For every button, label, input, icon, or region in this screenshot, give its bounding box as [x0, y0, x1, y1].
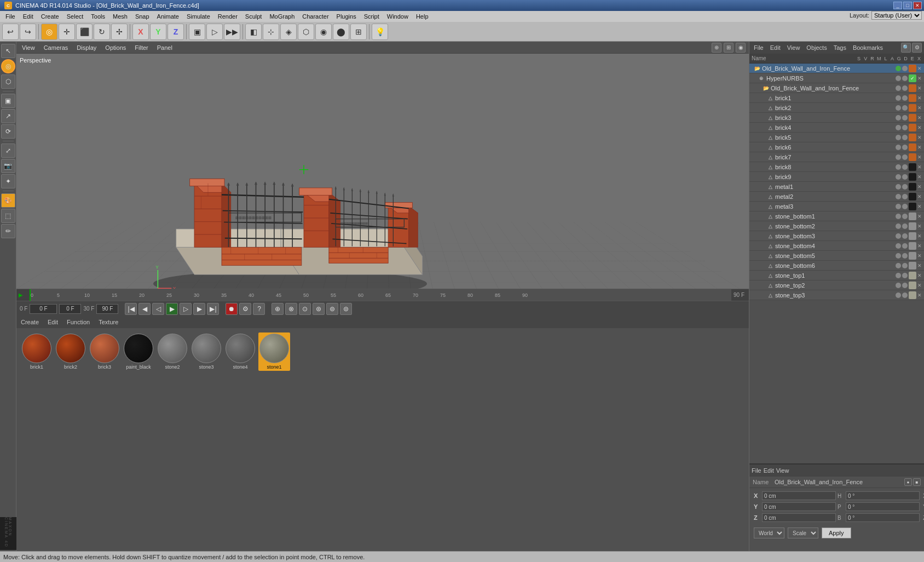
- x-pos-input[interactable]: [762, 491, 836, 500]
- menu-animate[interactable]: Animate: [154, 12, 182, 21]
- b1-close[interactable]: ✕: [917, 95, 922, 101]
- p-input[interactable]: [846, 502, 920, 511]
- tree-brick2[interactable]: △ brick2 ✕: [749, 103, 924, 113]
- tree-metal2[interactable]: △ metal2 ✕: [749, 192, 924, 202]
- vp-icon-1[interactable]: ⊕: [712, 43, 721, 53]
- record-btn[interactable]: ⏺: [226, 303, 238, 315]
- tool-light[interactable]: ✦: [1, 174, 15, 188]
- tree-stone-top3[interactable]: △ stone_top3 ✕: [749, 290, 924, 300]
- world-dropdown[interactable]: World: [754, 527, 784, 538]
- timeline-track[interactable]: 0 5 10 15 20 25 30 35 40 45 50 55 60 65 …: [30, 289, 731, 301]
- menu-snap[interactable]: Snap: [132, 12, 153, 21]
- rt-menu-tags[interactable]: Tags: [831, 43, 848, 52]
- tool-paint[interactable]: 🎨: [1, 193, 15, 208]
- poly-mode-btn[interactable]: ⬡: [298, 24, 314, 40]
- render-view-btn[interactable]: ▷: [206, 24, 223, 40]
- rt-icon-settings[interactable]: ⚙: [912, 43, 922, 53]
- rt-menu-objects[interactable]: Objects: [804, 43, 829, 52]
- menu-sculpt[interactable]: Sculpt: [242, 12, 265, 21]
- menu-select[interactable]: Select: [63, 12, 87, 21]
- render-settings-btn[interactable]: ▶▶: [224, 24, 240, 40]
- tool-model[interactable]: ◎: [1, 59, 15, 73]
- rt-menu-bookmarks[interactable]: Bookmarks: [851, 43, 885, 52]
- mode-btn-6[interactable]: ⊜: [340, 303, 352, 315]
- uvw-mode-btn[interactable]: ◉: [315, 24, 332, 40]
- rt-icon-search[interactable]: 🔍: [901, 43, 911, 53]
- mat-menu-texture[interactable]: Texture: [96, 318, 120, 326]
- y-axis-btn[interactable]: Y: [150, 24, 166, 40]
- scale-dropdown[interactable]: Scale: [788, 527, 818, 538]
- rt-menu-view[interactable]: View: [785, 43, 802, 52]
- menu-mograph[interactable]: MoGraph: [266, 12, 298, 21]
- mode-btn-3[interactable]: ⊙: [299, 303, 311, 315]
- tree-obj-root[interactable]: 📂 Old_Brick_Wall_and_Iron_Fence ✕: [749, 83, 924, 93]
- material-stone3[interactable]: stone3: [190, 332, 222, 371]
- b-input[interactable]: [846, 513, 920, 522]
- object-tree-scroll[interactable]: Name S V R M L A G D E X: [749, 54, 924, 463]
- tool-polypen[interactable]: ✏: [1, 224, 15, 238]
- mode-btn-4[interactable]: ⊛: [313, 303, 325, 315]
- tree-stone-bottom2[interactable]: △ stone_bottom2 ✕: [749, 221, 924, 231]
- tree-brick5[interactable]: △ brick5 ✕: [749, 133, 924, 142]
- next-frame-btn[interactable]: ▶: [193, 303, 205, 315]
- window-controls[interactable]: _ □ ✕: [893, 2, 922, 9]
- tree-brick9[interactable]: △ brick9 ✕: [749, 172, 924, 182]
- material-stone1[interactable]: stone1: [258, 332, 290, 371]
- z-pos-input[interactable]: [762, 513, 836, 522]
- tree-stone-bottom3[interactable]: △ stone_bottom3 ✕: [749, 231, 924, 241]
- obj-mode-btn[interactable]: ◧: [245, 24, 262, 40]
- y-pos-input[interactable]: [762, 502, 836, 511]
- menu-render[interactable]: Render: [215, 12, 241, 21]
- vp-menu-display[interactable]: Display: [74, 43, 99, 52]
- mode-btn-5[interactable]: ⊚: [326, 303, 338, 315]
- render-region-btn[interactable]: ▣: [189, 24, 205, 40]
- material-stone2[interactable]: stone2: [157, 332, 188, 371]
- menu-file[interactable]: File: [2, 12, 19, 21]
- menu-help[interactable]: Help: [413, 12, 432, 21]
- layout-selector[interactable]: Layout: Startup (User): [850, 11, 922, 20]
- tool-mesh[interactable]: ⬡: [1, 74, 15, 89]
- tool-object[interactable]: ▣: [1, 94, 15, 108]
- objroot-close[interactable]: ✕: [917, 85, 922, 91]
- menu-create[interactable]: Create: [38, 12, 62, 21]
- tool-select[interactable]: ↖: [1, 44, 15, 58]
- material-brick1[interactable]: brick1: [21, 332, 53, 371]
- prev-step-btn[interactable]: ◁: [152, 303, 164, 315]
- mat-menu-create[interactable]: Create: [19, 318, 41, 326]
- undo-btn[interactable]: ↩: [2, 24, 19, 40]
- universal-tool-btn[interactable]: ✢: [111, 24, 128, 40]
- material-brick2[interactable]: brick2: [55, 332, 86, 371]
- vp-icon-3[interactable]: ◉: [736, 43, 746, 53]
- menu-mesh[interactable]: Mesh: [109, 12, 131, 21]
- rb-menu-view[interactable]: View: [776, 467, 789, 474]
- vp-menu-cameras[interactable]: Cameras: [42, 43, 71, 52]
- tree-brick6[interactable]: △ brick6 ✕: [749, 142, 924, 152]
- tree-stone-top2[interactable]: △ stone_top2 ✕: [749, 280, 924, 290]
- start-frame-input[interactable]: [59, 304, 81, 314]
- tree-stone-bottom5[interactable]: △ stone_bottom5 ✕: [749, 251, 924, 261]
- menu-tools[interactable]: Tools: [88, 12, 108, 21]
- tree-stone-bottom6[interactable]: △ stone_bottom6 ✕: [749, 261, 924, 271]
- rb-menu-file[interactable]: File: [752, 467, 761, 474]
- prev-frame-btn[interactable]: ◀: [138, 303, 151, 315]
- scale-tool-btn[interactable]: ⬛: [76, 24, 93, 40]
- vp-menu-filter[interactable]: Filter: [132, 43, 150, 52]
- vp-menu-panel[interactable]: Panel: [155, 43, 175, 52]
- h-input[interactable]: [846, 491, 920, 500]
- vp-menu-options[interactable]: Options: [103, 43, 128, 52]
- menu-simulate[interactable]: Simulate: [183, 12, 213, 21]
- go-start-btn[interactable]: |◀: [125, 303, 137, 315]
- close-button[interactable]: ✕: [913, 2, 922, 9]
- material-paint-black[interactable]: paint_black: [123, 332, 154, 371]
- name-vis-btn[interactable]: ●: [904, 478, 912, 486]
- select-tool-btn[interactable]: ◎: [41, 24, 57, 40]
- material-brick3[interactable]: brick3: [89, 332, 120, 371]
- tree-root[interactable]: 📂 Old_Brick_Wall_and_Iron_Fence ✕: [749, 64, 924, 73]
- tree-brick8[interactable]: △ brick8 ✕: [749, 162, 924, 172]
- key-info-btn[interactable]: ?: [253, 303, 265, 315]
- end-frame-input[interactable]: [96, 304, 118, 314]
- maximize-button[interactable]: □: [903, 2, 912, 9]
- tool-generator[interactable]: ⟳: [1, 124, 15, 139]
- light-btn[interactable]: 💡: [372, 24, 388, 40]
- workplane-btn[interactable]: ⊞: [350, 24, 367, 40]
